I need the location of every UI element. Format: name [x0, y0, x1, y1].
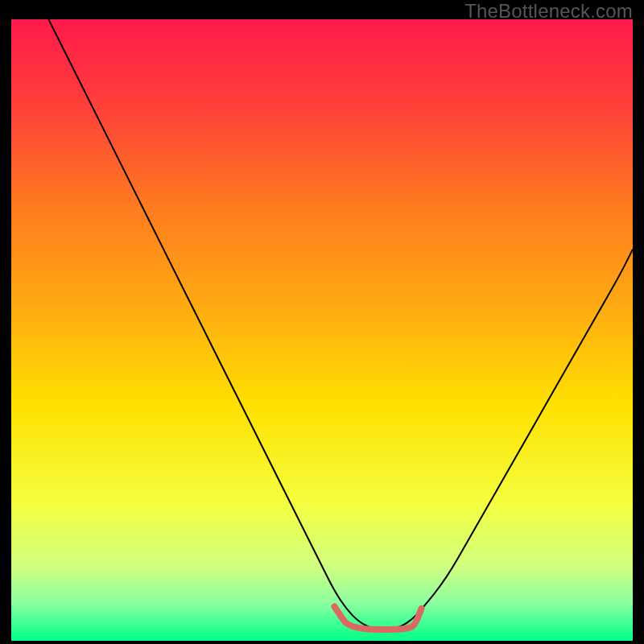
bottleneck-chart: [11, 19, 633, 641]
chart-frame: [11, 19, 633, 641]
gradient-background: [11, 19, 633, 641]
